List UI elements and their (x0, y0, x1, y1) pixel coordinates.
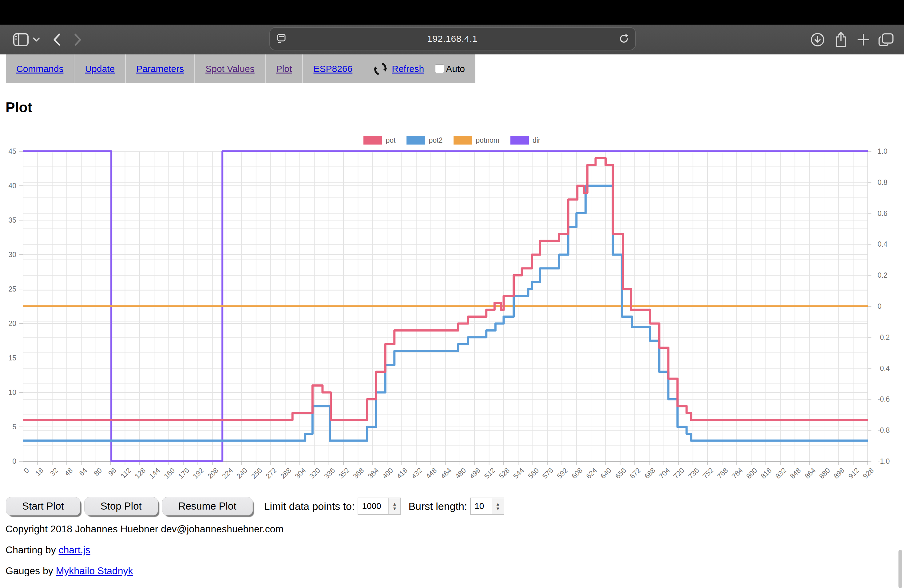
auto-label: Auto (446, 64, 465, 74)
plot-controls: Start Plot Stop Plot Resume Plot Limit d… (6, 496, 504, 516)
nav-links: CommandsUpdateParametersSpot ValuesPlotE… (6, 54, 363, 83)
share-icon (834, 32, 848, 47)
tab-overview-button[interactable] (876, 25, 896, 54)
x-tick-label: 832 (774, 466, 788, 481)
x-tick-label: 256 (250, 466, 264, 481)
charting-credit: Charting by chart.js (6, 544, 90, 556)
stop-plot-button[interactable]: Stop Plot (84, 497, 158, 515)
sidebar-chevron-button[interactable] (31, 25, 42, 54)
x-tick-label: 768 (716, 466, 730, 481)
nav-link-esp8266[interactable]: ESP8266 (313, 64, 352, 74)
gauges-link[interactable]: Mykhailo Stadnyk (56, 565, 133, 576)
limit-input[interactable] (358, 498, 388, 514)
x-tick-label: 752 (701, 466, 715, 481)
svg-text:-1.0: -1.0 (877, 457, 890, 465)
chartjs-link[interactable]: chart.js (59, 544, 90, 555)
scrollbar-thumb[interactable] (898, 550, 902, 588)
x-tick-label: 864 (803, 466, 817, 481)
address-bar[interactable]: 192.168.4.1 (269, 27, 636, 51)
burst-input[interactable] (471, 498, 492, 514)
nav-link-refresh[interactable]: Refresh (392, 64, 424, 74)
legend-label-pot2: pot2 (428, 136, 443, 145)
legend-item-potnom[interactable]: potnom (454, 136, 499, 145)
url-text[interactable]: 192.168.4.1 (286, 33, 619, 44)
x-tick-label: 640 (599, 466, 613, 481)
x-tick-label: 624 (585, 466, 599, 481)
x-tick-label: 0 (22, 466, 31, 475)
legend-swatch-potnom (454, 136, 472, 145)
limit-label: Limit data points to: (264, 500, 355, 512)
svg-text:45: 45 (8, 147, 16, 155)
burst-label: Burst length: (408, 500, 467, 512)
svg-text:0.6: 0.6 (877, 209, 887, 217)
nav-cell-update: Update (74, 54, 126, 83)
x-tick-label: 176 (177, 466, 191, 481)
x-tick-label: 736 (687, 466, 701, 481)
x-tick-label: 240 (235, 466, 249, 481)
x-tick-label: 912 (847, 466, 861, 481)
download-icon (810, 32, 825, 47)
browser-toolbar: 192.168.4.1 (0, 25, 904, 54)
svg-text:15: 15 (8, 354, 16, 362)
x-tick-label: 720 (672, 466, 686, 481)
x-tick-label: 128 (133, 466, 147, 481)
x-tick-label: 576 (541, 466, 555, 481)
svg-text:10: 10 (8, 389, 16, 397)
legend-item-dir[interactable]: dir (510, 136, 541, 145)
chevron-down-icon (33, 37, 40, 42)
legend-item-pot2[interactable]: pot2 (406, 136, 443, 145)
x-tick-label: 496 (468, 466, 482, 481)
chart-legend: potpot2potnomdir (0, 136, 904, 145)
x-tick-label: 352 (337, 466, 351, 481)
svg-text:35: 35 (8, 216, 16, 224)
x-tick-label: 672 (628, 466, 642, 481)
x-tick-label: 400 (381, 466, 395, 481)
nav-cell-commands: Commands (6, 54, 74, 83)
nav-link-commands[interactable]: Commands (16, 64, 63, 74)
x-tick-label: 560 (526, 466, 541, 481)
x-tick-label: 880 (818, 466, 832, 481)
nav-link-plot[interactable]: Plot (276, 64, 292, 74)
auto-checkbox[interactable] (435, 64, 444, 73)
nav-link-update[interactable]: Update (85, 64, 115, 74)
svg-text:-0.2: -0.2 (877, 334, 890, 341)
x-tick-label: 816 (759, 466, 773, 481)
x-tick-label: 464 (439, 466, 453, 481)
sidebar-toggle-button[interactable] (12, 25, 30, 54)
nav-refresh-cell: Refresh Auto (363, 54, 476, 83)
back-icon (52, 33, 60, 46)
burst-input-wrap: ▲▼ (470, 498, 504, 515)
svg-text:-0.4: -0.4 (877, 364, 890, 372)
svg-text:-0.8: -0.8 (877, 426, 890, 434)
x-tick-label: 384 (366, 466, 380, 481)
x-tick-label: 544 (512, 466, 526, 481)
downloads-button[interactable] (808, 25, 827, 54)
nav-link-parameters[interactable]: Parameters (136, 64, 184, 74)
plus-icon (857, 33, 870, 46)
forward-button[interactable] (70, 25, 86, 54)
nav-link-spot-values[interactable]: Spot Values (205, 64, 254, 74)
new-tab-button[interactable] (854, 25, 872, 54)
burst-stepper[interactable]: ▲▼ (492, 498, 504, 514)
share-button[interactable] (831, 25, 850, 54)
legend-item-pot[interactable]: pot (363, 136, 395, 145)
limit-stepper[interactable]: ▲▼ (388, 498, 400, 514)
x-tick-label: 368 (351, 466, 366, 481)
reader-icon[interactable] (277, 34, 286, 44)
svg-text:-0.6: -0.6 (877, 395, 890, 403)
svg-text:0: 0 (877, 302, 882, 310)
legend-label-dir: dir (533, 136, 541, 145)
start-plot-button[interactable]: Start Plot (6, 497, 80, 515)
page-title: Plot (6, 99, 32, 115)
refresh-icon[interactable] (373, 62, 387, 76)
tabs-icon (878, 33, 894, 47)
x-tick-label: 416 (395, 466, 409, 481)
x-tick-label: 272 (264, 466, 278, 481)
reload-icon[interactable] (619, 33, 629, 44)
x-tick-label: 784 (730, 466, 744, 481)
resume-plot-button[interactable]: Resume Plot (162, 497, 253, 515)
nav-cell-parameters: Parameters (126, 54, 195, 83)
x-tick-label: 800 (745, 466, 759, 481)
legend-swatch-dir (510, 136, 529, 145)
back-button[interactable] (49, 25, 65, 54)
